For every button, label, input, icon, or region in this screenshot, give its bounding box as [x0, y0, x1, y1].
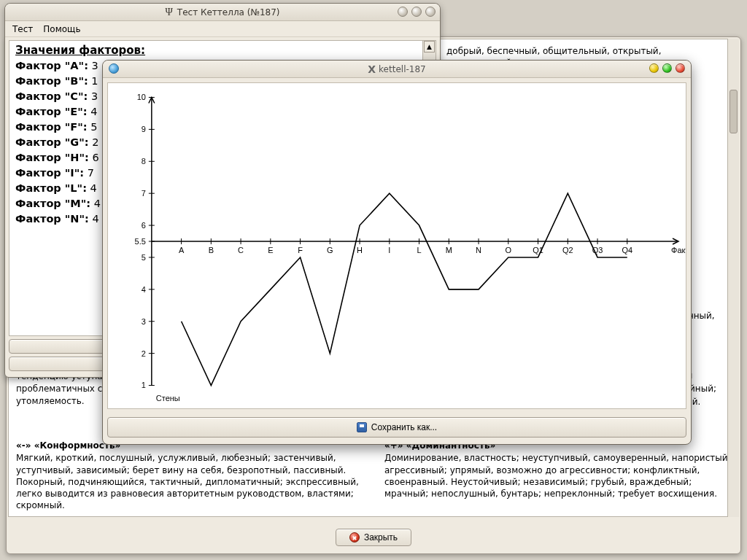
- trait-pos-text: Доминирование, властность; неуступчивый,…: [384, 452, 731, 499]
- svg-text:I: I: [388, 246, 390, 254]
- results-scrollbar[interactable]: [727, 39, 739, 517]
- svg-text:L: L: [417, 246, 422, 254]
- app-icon: [109, 63, 119, 74]
- factors-menubar: Тест Помощь: [5, 21, 440, 37]
- close-window-button[interactable]: [676, 63, 685, 73]
- save-icon: [357, 422, 367, 432]
- svg-text:7: 7: [142, 189, 146, 198]
- scrollbar-thumb[interactable]: [729, 90, 738, 133]
- close-icon: [349, 532, 360, 542]
- svg-text:4: 4: [142, 285, 146, 294]
- svg-text:2: 2: [142, 349, 146, 358]
- svg-text:O: O: [506, 246, 512, 254]
- x11-icon: X: [368, 63, 376, 75]
- svg-text:3: 3: [142, 317, 146, 326]
- chart-titlebar[interactable]: X kettell-187: [103, 61, 691, 78]
- svg-text:B: B: [209, 246, 214, 254]
- svg-text:Фактор: Фактор: [671, 246, 686, 254]
- svg-text:10: 10: [137, 93, 146, 102]
- svg-text:G: G: [327, 246, 333, 254]
- close-window-button[interactable]: [425, 7, 436, 17]
- svg-text:9: 9: [142, 125, 146, 133]
- svg-text:8: 8: [142, 157, 146, 166]
- chart-canvas: 123455.5678910ABCEFGHILMNOQ1Q2Q3Q4Фактор…: [107, 82, 686, 409]
- svg-text:5.5: 5.5: [135, 237, 146, 246]
- trait-columns: «-» «Конформность» Мягкий, кроткий, посл…: [16, 440, 731, 511]
- trait-positive-col: «+» «Доминантность» Доминирование, власт…: [384, 440, 731, 511]
- results-footer: Закрыть: [8, 523, 739, 552]
- svg-text:C: C: [238, 246, 244, 254]
- save-as-button[interactable]: Сохранить как...: [107, 417, 686, 438]
- chart-svg: 123455.5678910ABCEFGHILMNOQ1Q2Q3Q4Фактор…: [108, 83, 686, 408]
- chart-window-controls: [649, 63, 685, 73]
- chart-window: X kettell-187 123455.5678910ABCEFGHILMNO…: [102, 60, 692, 445]
- chart-title: kettell-187: [379, 64, 426, 74]
- close-button[interactable]: Закрыть: [336, 529, 411, 546]
- svg-text:F: F: [298, 246, 303, 254]
- minimize-button[interactable]: [398, 7, 408, 17]
- window-controls: [398, 7, 436, 17]
- svg-text:M: M: [446, 246, 452, 254]
- scroll-up-icon[interactable]: ▲: [424, 41, 435, 52]
- svg-text:A: A: [179, 246, 185, 254]
- svg-text:Q4: Q4: [622, 246, 632, 254]
- svg-text:Стены: Стены: [156, 394, 180, 402]
- factors-titlebar[interactable]: Ψ Тест Кеттелла (№187): [5, 4, 440, 21]
- svg-text:6: 6: [142, 221, 146, 230]
- close-label: Закрыть: [364, 532, 398, 542]
- svg-text:N: N: [476, 246, 481, 254]
- factors-heading: Значения факторов:: [15, 44, 430, 57]
- svg-text:H: H: [357, 246, 363, 254]
- factors-title: Тест Кеттелла (№187): [177, 7, 280, 18]
- chart-footer: Сохранить как...: [107, 415, 686, 440]
- svg-text:1: 1: [142, 381, 146, 390]
- minimize-button[interactable]: [649, 63, 659, 73]
- menu-help[interactable]: Помощь: [43, 24, 80, 34]
- maximize-button[interactable]: [662, 63, 672, 73]
- save-as-label: Сохранить как...: [371, 422, 437, 432]
- svg-text:Q2: Q2: [562, 246, 573, 254]
- menu-test[interactable]: Тест: [12, 24, 33, 34]
- svg-text:5: 5: [142, 253, 146, 262]
- svg-text:E: E: [268, 246, 273, 254]
- maximize-button[interactable]: [411, 7, 422, 17]
- psi-icon: Ψ: [166, 7, 173, 18]
- trait-negative-col: «-» «Конформность» Мягкий, кроткий, посл…: [16, 440, 363, 511]
- trait-neg-text: Мягкий, кроткий, послушный, услужливый, …: [16, 452, 363, 511]
